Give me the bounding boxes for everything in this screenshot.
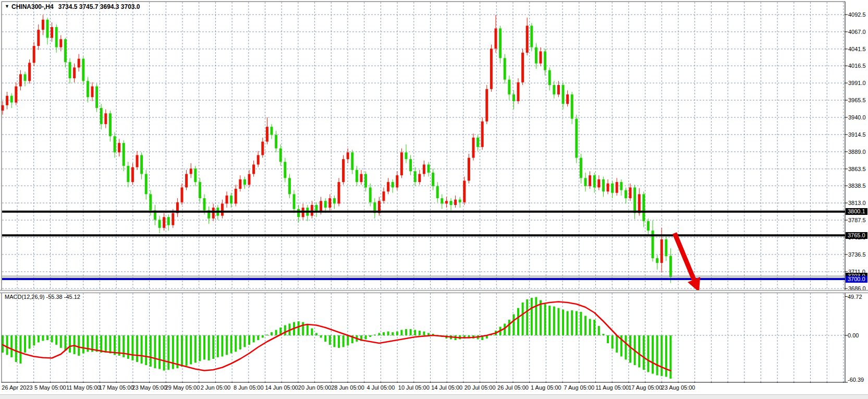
macd-histogram-bar: [176, 335, 178, 368]
macd-histogram-bar: [400, 330, 402, 336]
macd-histogram-bar: [253, 335, 255, 343]
candle-body: [508, 80, 510, 94]
macd-histogram-bar: [74, 335, 76, 354]
candle-body: [544, 51, 546, 70]
candle-body: [297, 209, 300, 217]
macd-histogram-bar: [612, 335, 614, 349]
price-axis-label: 4067.0: [848, 29, 868, 35]
candle-body: [261, 142, 264, 155]
candle-body: [181, 187, 184, 202]
macd-histogram-bar: [235, 335, 237, 352]
price-axis-label: 3914.5: [848, 131, 868, 138]
macd-histogram-bar: [661, 335, 663, 376]
candle-body: [620, 182, 622, 190]
candle-body: [163, 217, 165, 228]
candle-body: [257, 155, 260, 164]
macd-histogram-bar: [302, 322, 304, 336]
macd-histogram-bar: [311, 329, 313, 336]
macd-name: MACD(12,26,9): [5, 294, 44, 300]
symbol-dropdown-icon[interactable]: ▼: [5, 4, 9, 9]
macd-histogram-bar: [343, 335, 345, 347]
macd-histogram-bar: [55, 335, 57, 345]
candle-body: [10, 96, 13, 103]
candle-body: [656, 258, 658, 263]
macd-histogram-bar: [504, 324, 506, 336]
candle-body: [566, 94, 569, 104]
macd-histogram-bar: [508, 320, 510, 335]
candle-body: [450, 201, 453, 205]
macd-histogram-bar: [29, 335, 31, 349]
macd-histogram-bar: [24, 335, 26, 353]
macd-histogram-bar: [571, 310, 573, 335]
candle-body: [78, 59, 80, 68]
trend-arrow-shaft[interactable]: [675, 233, 694, 280]
price-axis-label: 3787.5: [848, 217, 868, 223]
macd-histogram-bar: [82, 335, 84, 354]
macd-histogram-bar: [284, 325, 286, 336]
macd-histogram-bar: [275, 330, 277, 336]
macd-histogram-bar: [392, 332, 394, 335]
macd-histogram-bar: [203, 335, 205, 360]
macd-histogram-bar: [194, 335, 197, 363]
candle-body: [485, 89, 488, 122]
candle-body: [59, 39, 62, 47]
candle-body: [33, 46, 35, 63]
macd-histogram-bar: [239, 335, 241, 349]
candle-body: [495, 28, 497, 49]
candle-body: [504, 58, 506, 79]
macd-histogram-bar: [226, 335, 228, 355]
macd-histogram-bar: [38, 335, 40, 343]
price-axis-label: 3736.5: [848, 251, 868, 258]
macd-histogram-bar: [378, 333, 380, 336]
price-chart-canvas[interactable]: [0, 0, 868, 399]
macd-histogram-bar: [647, 335, 649, 372]
macd-histogram-bar: [338, 335, 340, 348]
macd-histogram-bar: [656, 335, 658, 376]
macd-histogram-bar: [69, 335, 71, 353]
candle-body: [665, 239, 667, 256]
macd-histogram-bar: [365, 335, 367, 340]
candle-body: [584, 178, 587, 186]
macd-histogram-bar: [163, 335, 165, 371]
candle-body: [463, 180, 466, 202]
macd-axis-label: 0.00: [848, 332, 868, 338]
price-axis-label: 4016.5: [848, 63, 868, 69]
macd-indicator-label: MACD(12,26,9) -55.38 -45.12: [5, 294, 80, 300]
pane-splitter[interactable]: [0, 290, 868, 293]
macd-histogram-bar: [589, 319, 591, 336]
candle-body: [602, 179, 605, 191]
macd-histogram-bar: [557, 308, 559, 336]
macd-histogram-bar: [167, 335, 169, 370]
macd-histogram-bar: [625, 335, 627, 360]
candle-body: [6, 96, 8, 105]
macd-histogram-bar: [262, 335, 264, 338]
candle-body: [562, 85, 565, 104]
window-bottom-edge: [0, 394, 868, 399]
macd-histogram-bar: [158, 335, 161, 369]
candle-body: [212, 208, 215, 219]
macd-histogram-bar: [131, 335, 133, 360]
macd-histogram-bar: [127, 335, 129, 359]
candle-body: [342, 159, 345, 182]
candle-body: [279, 148, 282, 162]
candle-body: [625, 190, 627, 199]
price-badge: 3765.0: [846, 232, 867, 239]
candle-body: [82, 59, 84, 81]
macd-histogram-bar: [190, 335, 192, 365]
macd-histogram-bar: [419, 331, 421, 335]
macd-histogram-bar: [576, 311, 578, 336]
macd-histogram-bar: [60, 335, 62, 348]
macd-histogram-bar: [51, 335, 53, 343]
candle-body: [15, 87, 17, 103]
price-axis-label: 3940.0: [848, 114, 868, 120]
candle-body: [607, 184, 609, 192]
candle-body: [239, 179, 241, 189]
candle-body: [633, 187, 636, 213]
macd-histogram-bar: [199, 335, 201, 361]
candle-body: [284, 162, 286, 178]
macd-histogram-bar: [324, 335, 326, 342]
candle-body: [203, 198, 206, 210]
candle-body: [131, 167, 134, 182]
candle-body: [190, 168, 192, 174]
macd-histogram-bar: [512, 315, 515, 336]
